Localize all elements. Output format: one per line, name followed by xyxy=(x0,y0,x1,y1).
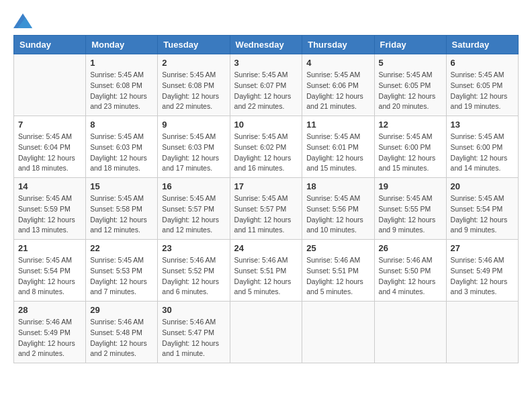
day-info: Sunrise: 5:45 AMSunset: 5:58 PMDaylight:… xyxy=(90,193,153,236)
weekday-row: SundayMondayTuesdayWednesdayThursdayFrid… xyxy=(14,36,519,54)
calendar-cell: 29Sunrise: 5:46 AMSunset: 5:48 PMDayligh… xyxy=(86,302,158,363)
calendar-cell: 26Sunrise: 5:46 AMSunset: 5:50 PMDayligh… xyxy=(374,240,446,302)
week-row-1: 1Sunrise: 5:45 AMSunset: 6:08 PMDaylight… xyxy=(14,54,519,116)
day-number: 10 xyxy=(234,120,298,130)
week-row-2: 7Sunrise: 5:45 AMSunset: 6:04 PMDaylight… xyxy=(14,116,519,178)
calendar-table: SundayMondayTuesdayWednesdayThursdayFrid… xyxy=(13,35,519,363)
calendar-cell: 22Sunrise: 5:45 AMSunset: 5:53 PMDayligh… xyxy=(86,240,158,302)
day-info: Sunrise: 5:45 AMSunset: 6:01 PMDaylight:… xyxy=(306,132,369,174)
day-info: Sunrise: 5:45 AMSunset: 5:56 PMDaylight:… xyxy=(306,193,369,236)
day-number: 28 xyxy=(18,305,81,315)
day-info: Sunrise: 5:45 AMSunset: 6:08 PMDaylight:… xyxy=(162,70,225,112)
day-info: Sunrise: 5:45 AMSunset: 6:03 PMDaylight:… xyxy=(90,132,153,174)
day-number: 6 xyxy=(451,58,514,68)
day-number: 22 xyxy=(90,243,153,253)
day-info: Sunrise: 5:45 AMSunset: 5:59 PMDaylight:… xyxy=(18,193,81,236)
weekday-header-sunday: Sunday xyxy=(14,36,86,54)
day-info: Sunrise: 5:45 AMSunset: 6:02 PMDaylight:… xyxy=(234,132,298,174)
weekday-header-friday: Friday xyxy=(374,36,446,54)
calendar-cell: 19Sunrise: 5:45 AMSunset: 5:55 PMDayligh… xyxy=(374,178,446,240)
calendar-cell xyxy=(374,302,446,363)
calendar-cell: 7Sunrise: 5:45 AMSunset: 6:04 PMDaylight… xyxy=(14,116,86,178)
week-row-3: 14Sunrise: 5:45 AMSunset: 5:59 PMDayligh… xyxy=(14,178,519,240)
day-number: 27 xyxy=(451,243,514,253)
logo xyxy=(13,13,35,28)
calendar-cell: 17Sunrise: 5:45 AMSunset: 5:57 PMDayligh… xyxy=(230,178,302,240)
day-number: 19 xyxy=(379,181,442,191)
calendar-cell xyxy=(230,302,302,363)
calendar-body: 1Sunrise: 5:45 AMSunset: 6:08 PMDaylight… xyxy=(14,54,519,363)
day-number: 16 xyxy=(162,181,225,191)
day-info: Sunrise: 5:46 AMSunset: 5:49 PMDaylight:… xyxy=(451,255,514,298)
day-info: Sunrise: 5:46 AMSunset: 5:48 PMDaylight:… xyxy=(90,317,153,359)
day-info: Sunrise: 5:45 AMSunset: 6:03 PMDaylight:… xyxy=(162,132,225,174)
calendar-cell: 21Sunrise: 5:45 AMSunset: 5:54 PMDayligh… xyxy=(14,240,86,302)
calendar-cell: 4Sunrise: 5:45 AMSunset: 6:06 PMDaylight… xyxy=(302,54,374,116)
calendar-cell: 6Sunrise: 5:45 AMSunset: 6:05 PMDaylight… xyxy=(446,54,518,116)
calendar-cell: 8Sunrise: 5:45 AMSunset: 6:03 PMDaylight… xyxy=(86,116,158,178)
day-number: 21 xyxy=(18,243,81,253)
calendar-cell: 10Sunrise: 5:45 AMSunset: 6:02 PMDayligh… xyxy=(230,116,302,178)
weekday-header-tuesday: Tuesday xyxy=(158,36,230,54)
calendar-cell: 1Sunrise: 5:45 AMSunset: 6:08 PMDaylight… xyxy=(86,54,158,116)
calendar-cell xyxy=(446,302,518,363)
day-info: Sunrise: 5:46 AMSunset: 5:52 PMDaylight:… xyxy=(162,255,225,298)
day-number: 9 xyxy=(162,120,225,130)
calendar-cell: 2Sunrise: 5:45 AMSunset: 6:08 PMDaylight… xyxy=(158,54,230,116)
calendar-cell: 18Sunrise: 5:45 AMSunset: 5:56 PMDayligh… xyxy=(302,178,374,240)
day-number: 18 xyxy=(306,181,369,191)
day-number: 3 xyxy=(234,58,298,68)
day-info: Sunrise: 5:45 AMSunset: 6:04 PMDaylight:… xyxy=(18,132,81,174)
calendar-cell: 23Sunrise: 5:46 AMSunset: 5:52 PMDayligh… xyxy=(158,240,230,302)
weekday-header-saturday: Saturday xyxy=(446,36,518,54)
calendar-cell: 14Sunrise: 5:45 AMSunset: 5:59 PMDayligh… xyxy=(14,178,86,240)
calendar-header: SundayMondayTuesdayWednesdayThursdayFrid… xyxy=(14,36,519,54)
calendar-cell: 15Sunrise: 5:45 AMSunset: 5:58 PMDayligh… xyxy=(86,178,158,240)
calendar-cell xyxy=(14,54,86,116)
day-info: Sunrise: 5:45 AMSunset: 6:05 PMDaylight:… xyxy=(379,70,442,112)
day-info: Sunrise: 5:45 AMSunset: 5:57 PMDaylight:… xyxy=(162,193,225,236)
week-row-4: 21Sunrise: 5:45 AMSunset: 5:54 PMDayligh… xyxy=(14,240,519,302)
day-info: Sunrise: 5:45 AMSunset: 5:57 PMDaylight:… xyxy=(234,193,298,236)
day-number: 2 xyxy=(162,58,225,68)
calendar-cell: 12Sunrise: 5:45 AMSunset: 6:00 PMDayligh… xyxy=(374,116,446,178)
day-number: 12 xyxy=(379,120,442,130)
day-info: Sunrise: 5:45 AMSunset: 6:08 PMDaylight:… xyxy=(90,70,153,112)
day-number: 24 xyxy=(234,243,298,253)
calendar-cell: 27Sunrise: 5:46 AMSunset: 5:49 PMDayligh… xyxy=(446,240,518,302)
calendar-cell: 11Sunrise: 5:45 AMSunset: 6:01 PMDayligh… xyxy=(302,116,374,178)
day-info: Sunrise: 5:45 AMSunset: 5:53 PMDaylight:… xyxy=(90,255,153,298)
day-number: 7 xyxy=(18,120,81,130)
day-info: Sunrise: 5:45 AMSunset: 6:06 PMDaylight:… xyxy=(306,70,369,112)
day-info: Sunrise: 5:45 AMSunset: 6:00 PMDaylight:… xyxy=(379,132,442,174)
weekday-header-wednesday: Wednesday xyxy=(230,36,302,54)
day-info: Sunrise: 5:46 AMSunset: 5:50 PMDaylight:… xyxy=(379,255,442,298)
day-info: Sunrise: 5:46 AMSunset: 5:49 PMDaylight:… xyxy=(18,317,81,359)
day-info: Sunrise: 5:45 AMSunset: 6:05 PMDaylight:… xyxy=(451,70,514,112)
day-number: 15 xyxy=(90,181,153,191)
calendar-cell: 24Sunrise: 5:46 AMSunset: 5:51 PMDayligh… xyxy=(230,240,302,302)
week-row-5: 28Sunrise: 5:46 AMSunset: 5:49 PMDayligh… xyxy=(14,302,519,363)
day-number: 1 xyxy=(90,58,153,68)
day-number: 20 xyxy=(451,181,514,191)
day-info: Sunrise: 5:45 AMSunset: 6:00 PMDaylight:… xyxy=(451,132,514,174)
day-info: Sunrise: 5:45 AMSunset: 6:07 PMDaylight:… xyxy=(234,70,298,112)
calendar-cell: 30Sunrise: 5:46 AMSunset: 5:47 PMDayligh… xyxy=(158,302,230,363)
weekday-header-thursday: Thursday xyxy=(302,36,374,54)
day-number: 23 xyxy=(162,243,225,253)
day-info: Sunrise: 5:45 AMSunset: 5:54 PMDaylight:… xyxy=(451,193,514,236)
day-info: Sunrise: 5:46 AMSunset: 5:47 PMDaylight:… xyxy=(162,317,225,359)
day-number: 13 xyxy=(451,120,514,130)
weekday-header-monday: Monday xyxy=(86,36,158,54)
day-info: Sunrise: 5:45 AMSunset: 5:55 PMDaylight:… xyxy=(379,193,442,236)
logo-icon xyxy=(13,13,32,28)
header xyxy=(13,13,519,28)
calendar-cell: 13Sunrise: 5:45 AMSunset: 6:00 PMDayligh… xyxy=(446,116,518,178)
calendar-cell: 28Sunrise: 5:46 AMSunset: 5:49 PMDayligh… xyxy=(14,302,86,363)
day-number: 4 xyxy=(306,58,369,68)
day-number: 17 xyxy=(234,181,298,191)
calendar-cell: 3Sunrise: 5:45 AMSunset: 6:07 PMDaylight… xyxy=(230,54,302,116)
day-number: 5 xyxy=(379,58,442,68)
day-number: 14 xyxy=(18,181,81,191)
day-number: 29 xyxy=(90,305,153,315)
